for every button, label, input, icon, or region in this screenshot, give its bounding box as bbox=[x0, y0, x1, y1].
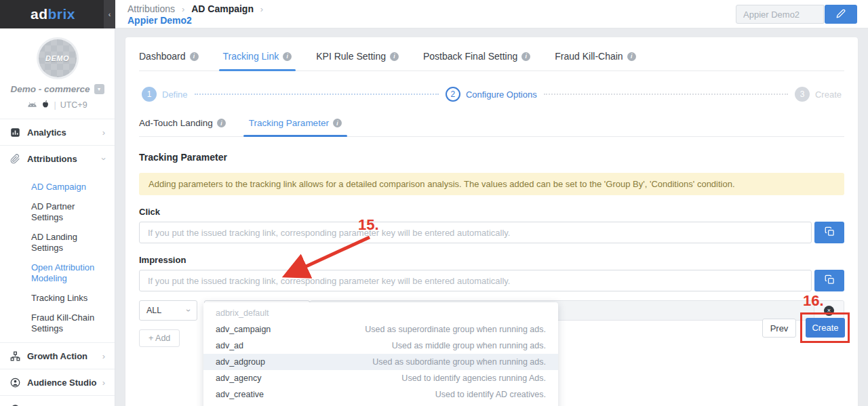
step-configure-options: 2 Configure Options bbox=[446, 87, 537, 102]
attributions-submenu: AD Campaign AD Partner Settings AD Landi… bbox=[0, 171, 115, 342]
adbrix-logo[interactable]: adbrix bbox=[31, 6, 85, 22]
sidebar-item-ad-campaign[interactable]: AD Campaign bbox=[31, 182, 108, 192]
remove-parameter-button[interactable]: × bbox=[814, 301, 844, 320]
tab-fraud-kill-chain[interactable]: Fraud Kill-Chaini bbox=[555, 51, 635, 70]
analytics-icon bbox=[9, 127, 20, 138]
sidebar: DEMO Demo - commerce ▾ | UTC+9 bbox=[0, 28, 115, 406]
prev-button[interactable]: Prev bbox=[762, 319, 796, 338]
subtab-label: Ad-Touch Landing bbox=[139, 118, 213, 128]
paperclip-icon bbox=[9, 153, 20, 164]
tab-label: Fraud Kill-Chain bbox=[555, 51, 623, 62]
dropdown-option-adv-keyword[interactable]: adv_keyword Used to identify searched ke… bbox=[203, 403, 558, 406]
subtab-ad-touch-landing[interactable]: Ad-Touch Landingi bbox=[139, 118, 226, 136]
page: adbrix ‹ Attributions › AD Campaign › Ap… bbox=[0, 0, 868, 406]
dropdown-option-adv-ad[interactable]: adv_ad Used as middle group when running… bbox=[203, 338, 558, 354]
breadcrumb-current: Appier Demo2 bbox=[127, 15, 192, 26]
sidebar-item-growth-action[interactable]: Growth Action › bbox=[0, 343, 115, 369]
info-icon: i bbox=[217, 119, 226, 127]
sidebar-item-ad-landing-settings[interactable]: AD Landing Settings bbox=[31, 232, 108, 253]
dropdown-option-adv-campaign[interactable]: adv_campaign Used as superordinate group… bbox=[203, 321, 558, 338]
avatar[interactable]: DEMO bbox=[39, 39, 77, 77]
dropdown-option-adv-adgroup[interactable]: adv_adgroup Used as subordiante group wh… bbox=[203, 354, 558, 370]
sidebar-item-label: Growth Action bbox=[27, 351, 102, 361]
clear-icon: × bbox=[824, 306, 834, 316]
main-tabs: Dashboardi Tracking Linki KPI Rule Setti… bbox=[139, 37, 844, 71]
timezone-divider: | bbox=[54, 100, 56, 110]
menu-group-data-studio: Data Studio › bbox=[0, 395, 115, 406]
stepper-leader bbox=[544, 94, 788, 95]
logo-text-blue: brix bbox=[48, 6, 76, 22]
tab-dashboard[interactable]: Dashboardi bbox=[139, 51, 199, 70]
sidebar-item-analytics[interactable]: Analytics › bbox=[0, 119, 115, 145]
option-description: Used as subordiante group when running a… bbox=[372, 357, 546, 367]
edit-name-button[interactable] bbox=[825, 5, 857, 24]
chevron-down-icon: › bbox=[184, 309, 193, 312]
subtab-label: Tracking Parameter bbox=[249, 118, 329, 128]
breadcrumb-separator: › bbox=[260, 4, 263, 14]
parameter-filter-select[interactable]: ALL › bbox=[139, 300, 197, 321]
dropdown-option-adv-creative[interactable]: adv_creative Used to identify AD creativ… bbox=[203, 386, 558, 403]
sidebar-item-label: Attributions bbox=[27, 154, 102, 164]
sidebar-item-tracking-links[interactable]: Tracking Links bbox=[31, 293, 108, 304]
step-label: Configure Options bbox=[466, 89, 537, 100]
copy-impression-link-button[interactable] bbox=[814, 270, 844, 291]
option-key: adv_agency bbox=[216, 373, 261, 383]
tab-postback-final-setting[interactable]: Postback Final Settingi bbox=[423, 51, 530, 70]
sidebar-item-open-attribution-modeling[interactable]: Open Attribution Modeling bbox=[31, 262, 108, 284]
info-icon: i bbox=[521, 52, 530, 61]
sidebar-item-data-studio[interactable]: Data Studio › bbox=[0, 396, 115, 406]
click-label: Click bbox=[139, 207, 844, 217]
breadcrumb-separator: › bbox=[182, 4, 184, 14]
tab-label: KPI Rule Setting bbox=[316, 51, 386, 62]
tab-label: Tracking Link bbox=[223, 51, 279, 62]
sidebar-item-ad-partner-settings[interactable]: AD Partner Settings bbox=[31, 201, 108, 223]
sidebar-item-audience-studio[interactable]: Audience Studio › bbox=[0, 369, 115, 395]
info-icon: i bbox=[390, 52, 399, 61]
sidebar-collapse-button[interactable]: ‹ bbox=[104, 0, 115, 28]
sidebar-item-fraud-kill-chain-settings[interactable]: Fraud Kill-Chain Settings bbox=[31, 312, 108, 334]
tab-kpi-rule-setting[interactable]: KPI Rule Settingi bbox=[316, 51, 399, 70]
copy-icon bbox=[825, 275, 835, 287]
avatar-label: DEMO bbox=[45, 54, 69, 62]
copy-icon bbox=[825, 226, 835, 239]
breadcrumb-parent[interactable]: Attributions bbox=[127, 3, 175, 14]
create-button[interactable]: Create bbox=[806, 318, 845, 338]
section-title: Tracking Parameter bbox=[139, 152, 844, 163]
step-number: 2 bbox=[446, 87, 460, 102]
option-key: adv_creative bbox=[216, 390, 264, 399]
dropdown-option-adv-agency[interactable]: adv_agency Used to identify agencies run… bbox=[203, 370, 558, 386]
sitemap-icon bbox=[9, 350, 20, 361]
app-switcher-button[interactable]: ▾ bbox=[94, 84, 104, 94]
notice-banner: Adding parameters to the tracking link a… bbox=[139, 173, 844, 195]
impression-label: Impression bbox=[139, 255, 844, 265]
subtab-tracking-parameter[interactable]: Tracking Parameteri bbox=[249, 118, 342, 136]
breadcrumb-section[interactable]: AD Campaign bbox=[191, 3, 254, 14]
step-label: Define bbox=[162, 89, 188, 100]
impression-tracking-link-input[interactable] bbox=[139, 270, 812, 291]
menu-group-audience-studio: Audience Studio › bbox=[0, 369, 115, 395]
collapse-icon: ‹ bbox=[108, 10, 111, 18]
menu-group-attributions: Attributions › AD Campaign AD Partner Se… bbox=[0, 145, 115, 342]
timezone: UTC+9 bbox=[60, 100, 87, 110]
stepper-leader bbox=[195, 94, 439, 95]
app-name: Demo - commerce bbox=[10, 84, 90, 94]
step-number: 3 bbox=[795, 87, 810, 102]
tab-tracking-link[interactable]: Tracking Linki bbox=[223, 51, 292, 70]
click-input-row bbox=[139, 222, 844, 243]
sidebar-profile: DEMO Demo - commerce ▾ | UTC+9 bbox=[0, 28, 115, 119]
option-key: adv_adgroup bbox=[216, 357, 265, 367]
option-key: adv_ad bbox=[216, 341, 243, 350]
option-description: Used to identify agencies running Ads. bbox=[401, 373, 546, 383]
sidebar-item-attributions[interactable]: Attributions › bbox=[0, 146, 115, 171]
copy-click-link-button[interactable] bbox=[814, 222, 844, 243]
sidebar-item-label: Data Studio bbox=[27, 404, 102, 406]
sub-tabs: Ad-Touch Landingi Tracking Parameteri bbox=[139, 118, 844, 137]
add-parameter-button[interactable]: + Add bbox=[139, 329, 180, 347]
chevron-right-icon: › bbox=[102, 127, 105, 138]
apple-icon bbox=[41, 100, 50, 110]
step-label: Create bbox=[815, 89, 842, 100]
step-number: 1 bbox=[142, 87, 157, 102]
click-tracking-link-input[interactable] bbox=[139, 222, 812, 243]
campaign-name-input[interactable] bbox=[736, 5, 824, 24]
breadcrumb: Attributions › AD Campaign › Appier Demo… bbox=[127, 3, 267, 26]
